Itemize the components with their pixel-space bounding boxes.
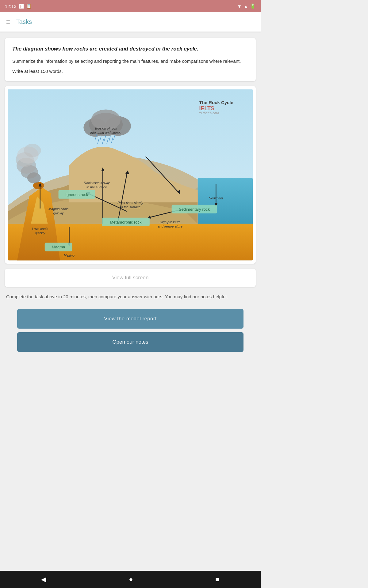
action-buttons: View the model report Open our notes [5, 307, 256, 359]
highpressure-label-1: High pressure [160, 220, 181, 224]
top-bar: ≡ Tasks [0, 12, 261, 32]
svg-point-10 [24, 144, 41, 157]
status-right: ▼ ▲ 🔋 [237, 3, 256, 9]
instruction-text: Complete the task above in 20 minutes, t… [5, 292, 256, 302]
lava-cools-label-1: Lava cools [32, 227, 48, 230]
svg-rect-2 [197, 178, 253, 227]
p-icon: 🅿 [19, 4, 24, 9]
erosion-label-2: into sand and stones [90, 131, 122, 134]
rock-cycle-diagram: The Rock Cycle IELTS TUTORS.ORG Erosion … [8, 89, 253, 261]
notification-icon: 📋 [26, 3, 32, 9]
signal-icon: ▲ [243, 4, 248, 9]
view-model-report-button[interactable]: View the model report [17, 309, 243, 329]
task-title: The diagram shows how rocks are created … [12, 45, 248, 53]
rock-rises-1-label-1: Rock rises slowly [84, 181, 110, 185]
rock-rises-2-label-2: to the surface [120, 205, 140, 209]
task-wordcount: Write at least 150 words. [12, 69, 248, 74]
wifi-icon: ▼ [237, 4, 242, 9]
open-our-notes-button[interactable]: Open our notes [17, 332, 243, 352]
bottom-nav: ◀ ● ■ [0, 571, 261, 588]
rock-rises-2-label-1: Rock rises slowly [117, 201, 144, 205]
task-description: Summarize the information by selecting a… [12, 58, 248, 65]
home-button[interactable]: ● [129, 575, 133, 583]
task-card: The diagram shows how rocks are created … [5, 38, 256, 81]
time: 12:13 [5, 4, 17, 9]
battery-icon: 🔋 [250, 3, 256, 9]
magma-cools-label-1: Magma cools [48, 207, 69, 211]
diagram-brand: IELTS [199, 105, 214, 111]
igneous-rock-label: Igneous rock [65, 192, 88, 197]
recent-button[interactable]: ■ [215, 575, 219, 583]
metamorphic-rock-label: Metamorphic rock [110, 220, 142, 224]
main-content: The diagram shows how rocks are created … [0, 32, 261, 365]
magma-label: Magma [52, 245, 65, 249]
status-bar: 12:13 🅿 📋 ▼ ▲ 🔋 [0, 0, 261, 12]
back-button[interactable]: ◀ [41, 575, 46, 583]
diagram-title: The Rock Cycle [199, 100, 233, 105]
view-fullscreen-text: View full screen [112, 275, 149, 281]
magma-cools-label-2: quickly [53, 211, 64, 215]
rock-rises-1-label-2: to the surface [86, 185, 107, 189]
diagram-brand-sub: TUTORS.ORG [199, 111, 220, 115]
status-left: 12:13 🅿 📋 [5, 3, 32, 9]
page-title: Tasks [16, 18, 32, 25]
sedimentary-rock-label: Sedimentary rock [179, 207, 210, 212]
lava-cools-label-2: quickly [35, 231, 46, 235]
view-fullscreen-card[interactable]: View full screen [5, 269, 256, 287]
instruction-content: Complete the task above in 20 minutes, t… [6, 294, 228, 299]
highpressure-label-2: and temperature [158, 224, 182, 228]
erosion-label-1: Erosion of rock [95, 126, 117, 130]
sediment-label: Sediment [209, 196, 223, 200]
melting-label: Melting [64, 254, 75, 257]
rock-cycle-svg: The Rock Cycle IELTS TUTORS.ORG Erosion … [8, 89, 253, 261]
hamburger-menu-icon[interactable]: ≡ [6, 18, 10, 26]
diagram-card: The Rock Cycle IELTS TUTORS.ORG Erosion … [5, 86, 256, 264]
